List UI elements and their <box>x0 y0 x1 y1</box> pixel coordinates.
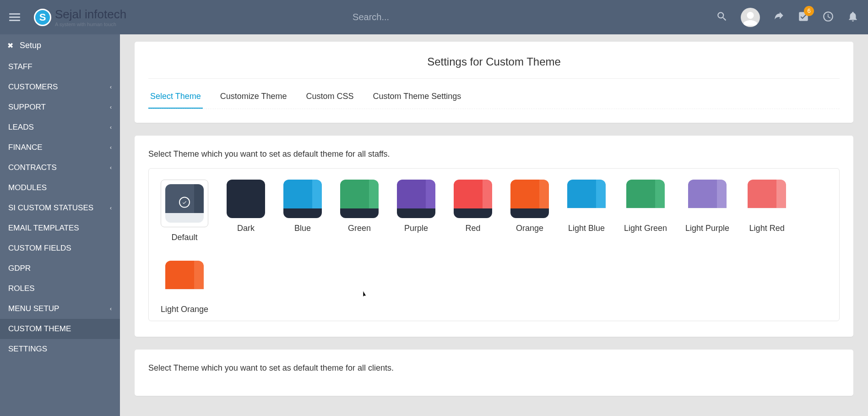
theme-label: Orange <box>516 224 543 233</box>
sidebar-item-custom-fields[interactable]: CUSTOM FIELDS <box>0 238 120 258</box>
tab-select-theme[interactable]: Select Theme <box>148 87 203 109</box>
chevron-left-icon: ‹ <box>110 144 112 151</box>
sidebar-item-label: CUSTOM THEME <box>8 324 71 334</box>
sidebar-item-support[interactable]: SUPPORT‹ <box>0 97 120 117</box>
chevron-left-icon: ‹ <box>110 205 112 211</box>
sidebar-item-label: GDPR <box>8 264 31 273</box>
clock-icon[interactable] <box>822 11 834 24</box>
chevron-left-icon: ‹ <box>110 124 112 131</box>
theme-label: Red <box>465 224 480 233</box>
sidebar: ✖ Setup STAFFCUSTOMERS‹SUPPORT‹LEADS‹FIN… <box>0 34 120 416</box>
search-icon[interactable] <box>716 11 728 24</box>
share-icon[interactable] <box>773 11 785 24</box>
tab-custom-css[interactable]: Custom CSS <box>304 87 355 109</box>
sidebar-item-modules[interactable]: MODULES <box>0 178 120 198</box>
staff-theme-desc: Select Theme which you want to set as de… <box>148 149 840 159</box>
theme-purple[interactable]: Purple <box>397 180 435 242</box>
sidebar-item-label: CUSTOMERS <box>8 82 58 92</box>
bell-icon[interactable] <box>847 11 859 24</box>
theme-label: Green <box>348 224 371 233</box>
sidebar-item-label: EMAIL TEMPLATES <box>8 224 79 233</box>
sidebar-item-label: ROLES <box>8 284 35 293</box>
tasks-icon[interactable]: 6 <box>797 11 809 24</box>
menu-toggle[interactable] <box>9 11 20 23</box>
tasks-badge: 6 <box>804 6 814 16</box>
theme-default[interactable]: Default <box>161 180 208 242</box>
theme-label: Light Orange <box>161 305 208 314</box>
brand[interactable]: S Sejal infotech A system with human tou… <box>34 7 126 27</box>
theme-red[interactable]: Red <box>454 180 492 242</box>
theme-label: Light Green <box>624 224 667 233</box>
check-icon <box>179 197 190 208</box>
sidebar-item-finance[interactable]: FINANCE‹ <box>0 137 120 158</box>
sidebar-item-customers[interactable]: CUSTOMERS‹ <box>0 77 120 97</box>
panel-client-themes: Select Theme which you want to set as de… <box>135 350 853 396</box>
user-avatar[interactable] <box>741 8 760 27</box>
sidebar-item-label: STAFF <box>8 62 33 71</box>
close-icon[interactable]: ✖ <box>7 41 13 50</box>
theme-blue[interactable]: Blue <box>283 180 322 242</box>
sidebar-title: Setup <box>20 41 41 50</box>
tab-customize-theme[interactable]: Customize Theme <box>218 87 289 109</box>
sidebar-item-custom-theme[interactable]: CUSTOM THEME <box>0 319 120 339</box>
sidebar-item-settings[interactable]: SETTINGS <box>0 339 120 359</box>
brand-logo-icon: S <box>34 9 51 26</box>
sidebar-item-label: CUSTOM FIELDS <box>8 244 71 253</box>
sidebar-item-label: SI CUSTOM STATUSES <box>8 203 93 213</box>
sidebar-item-label: MENU SETUP <box>8 304 59 313</box>
sidebar-item-label: CONTRACTS <box>8 163 57 172</box>
theme-light-green[interactable]: Light Green <box>624 180 667 242</box>
main-content: Settings for Custom Theme Select ThemeCu… <box>120 34 868 416</box>
topbar: S Sejal infotech A system with human tou… <box>0 0 868 34</box>
sidebar-item-email-templates[interactable]: EMAIL TEMPLATES <box>0 218 120 238</box>
sidebar-item-label: SUPPORT <box>8 103 46 112</box>
sidebar-item-label: LEADS <box>8 123 34 132</box>
sidebar-item-staff[interactable]: STAFF <box>0 57 120 77</box>
chevron-left-icon: ‹ <box>110 164 112 171</box>
theme-green[interactable]: Green <box>340 180 379 242</box>
brand-name-primary: Sejal <box>55 7 81 21</box>
theme-label: Dark <box>237 224 255 233</box>
sidebar-header: ✖ Setup <box>0 34 120 57</box>
theme-label: Light Red <box>749 224 785 233</box>
top-actions: 6 <box>716 8 859 27</box>
panel-staff-themes: Select Theme which you want to set as de… <box>135 136 853 337</box>
chevron-left-icon: ‹ <box>110 306 112 312</box>
sidebar-item-leads[interactable]: LEADS‹ <box>0 117 120 137</box>
sidebar-item-si-custom-statuses[interactable]: SI CUSTOM STATUSES‹ <box>0 198 120 218</box>
tabs: Select ThemeCustomize ThemeCustom CSSCus… <box>148 87 840 109</box>
sidebar-item-menu-setup[interactable]: MENU SETUP‹ <box>0 299 120 319</box>
brand-text: Sejal infotech A system with human touch <box>55 7 126 27</box>
brand-tagline: A system with human touch <box>55 22 126 27</box>
theme-light-orange[interactable]: Light Orange <box>161 261 208 314</box>
theme-orange[interactable]: Orange <box>510 180 549 242</box>
panel-header: Settings for Custom Theme Select ThemeCu… <box>135 42 853 123</box>
sidebar-item-roles[interactable]: ROLES <box>0 279 120 299</box>
theme-dark[interactable]: Dark <box>227 180 265 242</box>
theme-label: Default <box>171 233 197 242</box>
sidebar-item-label: SETTINGS <box>8 345 47 354</box>
theme-label: Purple <box>404 224 428 233</box>
theme-light-red[interactable]: Light Red <box>748 180 786 242</box>
sidebar-item-label: MODULES <box>8 183 47 192</box>
search-input[interactable] <box>353 12 490 22</box>
sidebar-item-contracts[interactable]: CONTRACTS‹ <box>0 158 120 178</box>
theme-label: Light Blue <box>568 224 605 233</box>
sidebar-item-gdpr[interactable]: GDPR <box>0 258 120 279</box>
theme-label: Light Purple <box>685 224 729 233</box>
client-theme-desc: Select Theme which you want to set as de… <box>148 363 840 373</box>
theme-light-purple[interactable]: Light Purple <box>685 180 729 242</box>
tab-custom-theme-settings[interactable]: Custom Theme Settings <box>371 87 463 109</box>
search-wrap <box>126 12 716 22</box>
theme-light-blue[interactable]: Light Blue <box>567 180 606 242</box>
chevron-left-icon: ‹ <box>110 104 112 110</box>
chevron-left-icon: ‹ <box>110 84 112 90</box>
page-title: Settings for Custom Theme <box>148 55 840 79</box>
sidebar-item-label: FINANCE <box>8 143 43 152</box>
theme-label: Blue <box>294 224 311 233</box>
brand-name-secondary: infotech <box>81 7 126 21</box>
